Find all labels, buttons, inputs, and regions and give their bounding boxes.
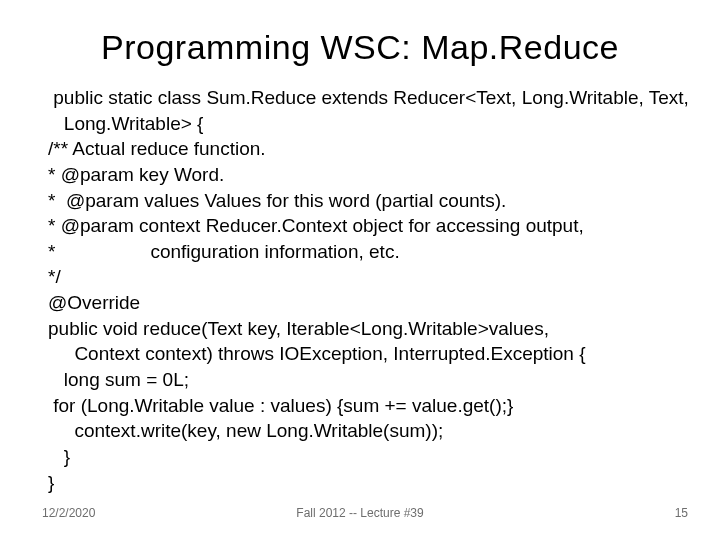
slide: Programming WSC: Map.Reduce public stati… xyxy=(0,0,720,540)
code-line: public static class Sum.Reduce extends R… xyxy=(48,85,682,111)
code-line: Context context) throws IOException, Int… xyxy=(48,341,682,367)
footer-center: Fall 2012 -- Lecture #39 xyxy=(0,506,720,520)
code-line: for (Long.Writable value : values) {sum … xyxy=(48,393,682,419)
code-line: */ xyxy=(48,264,682,290)
code-block: public static class Sum.Reduce extends R… xyxy=(30,85,690,495)
code-line: * @param context Reducer.Context object … xyxy=(48,213,682,239)
code-line: * @param key Word. xyxy=(48,162,682,188)
code-line: long sum = 0L; xyxy=(48,367,682,393)
code-line: Long.Writable> { xyxy=(48,111,682,137)
code-line: } xyxy=(48,470,682,496)
footer-page-number: 15 xyxy=(675,506,688,520)
code-line: * configuration information, etc. xyxy=(48,239,682,265)
code-line: @Override xyxy=(48,290,682,316)
code-line: context.write(key, new Long.Writable(sum… xyxy=(48,418,682,444)
code-line: } xyxy=(48,444,682,470)
code-line: /** Actual reduce function. xyxy=(48,136,682,162)
code-line: * @param values Values for this word (pa… xyxy=(48,188,682,214)
code-line: public void reduce(Text key, Iterable<Lo… xyxy=(48,316,682,342)
slide-title: Programming WSC: Map.Reduce xyxy=(30,28,690,67)
